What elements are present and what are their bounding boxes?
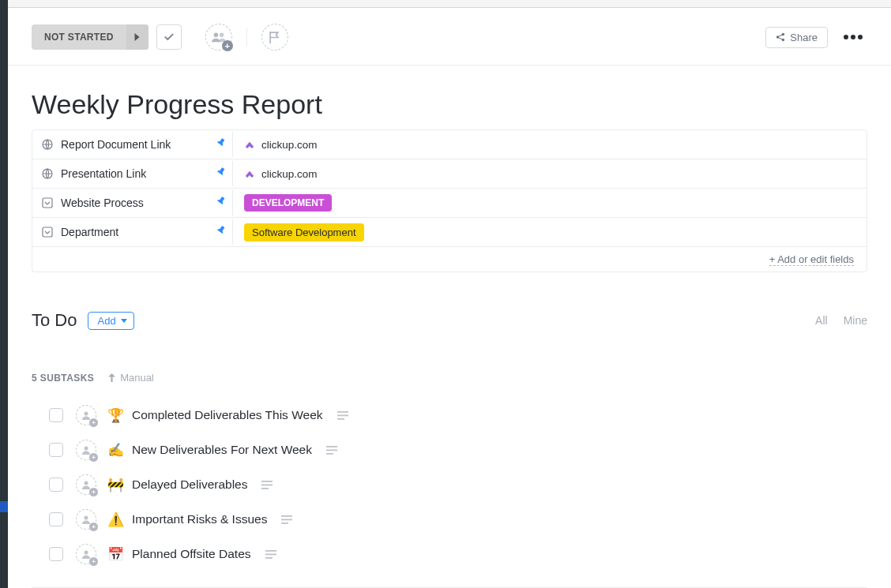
field-row-website-process: Website Process DEVELOPMENT bbox=[32, 189, 867, 218]
sort-label: Manual bbox=[120, 372, 154, 384]
svg-rect-19 bbox=[261, 484, 273, 485]
field-value: clickup.com bbox=[261, 139, 318, 151]
subtasks-header: 5 SUBTASKS Manual bbox=[32, 372, 867, 384]
checkbox[interactable] bbox=[49, 408, 63, 422]
field-label: Report Document Link bbox=[61, 138, 171, 151]
caret-down-icon bbox=[121, 319, 127, 323]
plus-icon: + bbox=[89, 418, 98, 427]
description-icon[interactable] bbox=[281, 515, 292, 524]
globe-icon bbox=[42, 139, 53, 150]
assignee-button[interactable]: + bbox=[76, 405, 96, 425]
svg-point-1 bbox=[220, 33, 224, 37]
todo-section: To Do Add All Mine 5 SUBTASKS Manual bbox=[8, 272, 891, 571]
custom-fields-table: Report Document Link clickup.com Present… bbox=[32, 129, 867, 272]
mark-complete-button[interactable] bbox=[156, 24, 182, 50]
clickup-icon bbox=[244, 168, 255, 179]
todo-header: To Do Add All Mine bbox=[32, 310, 867, 331]
subtask-count: 5 SUBTASKS bbox=[32, 373, 94, 384]
svg-rect-28 bbox=[265, 557, 273, 559]
description-icon[interactable] bbox=[337, 411, 348, 420]
subtask-row: + 📅 Planned Offsite Dates bbox=[32, 537, 867, 571]
task-title[interactable]: New Deliverables For Next Week bbox=[132, 443, 312, 457]
svg-rect-8 bbox=[43, 227, 52, 237]
plus-icon: + bbox=[89, 453, 98, 462]
pin-icon[interactable] bbox=[212, 137, 227, 153]
description-icon[interactable] bbox=[326, 446, 337, 455]
add-subtask-button[interactable]: Add bbox=[88, 312, 133, 330]
task-title[interactable]: Delayed Deliverables bbox=[132, 478, 247, 492]
pin-icon[interactable] bbox=[212, 224, 227, 241]
share-button[interactable]: Share bbox=[765, 27, 828, 48]
svg-rect-7 bbox=[43, 198, 52, 208]
field-row-presentation-link: Presentation Link clickup.com bbox=[32, 159, 867, 189]
svg-rect-15 bbox=[326, 449, 337, 451]
task-emoji: 🏆 bbox=[107, 407, 124, 424]
description-icon[interactable] bbox=[261, 481, 273, 489]
checkbox[interactable] bbox=[49, 478, 63, 492]
plus-icon: + bbox=[89, 522, 98, 531]
subtask-row: + 🏆 Completed Deliverables This Week bbox=[32, 398, 867, 433]
svg-point-0 bbox=[213, 33, 217, 37]
filter-mine[interactable]: Mine bbox=[844, 314, 867, 327]
dropdown-icon bbox=[42, 227, 53, 238]
checkbox[interactable] bbox=[49, 512, 63, 526]
background-app-sliver bbox=[0, 0, 8, 588]
svg-point-13 bbox=[85, 447, 88, 451]
background-header-strip bbox=[8, 0, 891, 8]
sidebar-accent bbox=[0, 501, 8, 512]
pin-icon[interactable] bbox=[212, 195, 227, 212]
field-label: Presentation Link bbox=[61, 167, 146, 180]
field-value-cell[interactable]: clickup.com bbox=[233, 163, 867, 185]
subtask-list: + 🏆 Completed Deliverables This Week + ✍… bbox=[32, 398, 867, 571]
task-title[interactable]: Planned Offsite Dates bbox=[132, 547, 251, 561]
svg-rect-18 bbox=[261, 481, 273, 482]
fields-footer: + Add or edit fields bbox=[32, 247, 867, 272]
task-title[interactable]: Important Risks & Issues bbox=[132, 512, 267, 526]
plus-icon: + bbox=[89, 557, 98, 566]
subtask-row: + ⚠️ Important Risks & Issues bbox=[32, 502, 867, 537]
svg-rect-22 bbox=[281, 515, 292, 517]
assignee-button[interactable]: + bbox=[76, 474, 96, 495]
task-title[interactable]: Weekly Progress Report bbox=[8, 66, 891, 129]
add-edit-fields-link[interactable]: + Add or edit fields bbox=[769, 253, 854, 266]
globe-icon bbox=[42, 168, 53, 179]
assignees-button[interactable]: + bbox=[205, 24, 232, 51]
field-value-cell[interactable]: DEVELOPMENT bbox=[233, 189, 867, 216]
more-menu-button[interactable] bbox=[839, 30, 867, 44]
todo-filters: All Mine bbox=[815, 314, 867, 327]
pin-icon[interactable] bbox=[212, 166, 227, 182]
field-name-cell[interactable]: Website Process bbox=[32, 190, 233, 215]
svg-rect-24 bbox=[281, 522, 288, 524]
field-name-cell[interactable]: Report Document Link bbox=[32, 132, 233, 157]
svg-point-9 bbox=[85, 412, 88, 416]
field-value-cell[interactable]: Software Development bbox=[233, 219, 867, 246]
svg-rect-23 bbox=[281, 519, 292, 520]
field-label: Department bbox=[61, 226, 118, 238]
assignee-button[interactable]: + bbox=[76, 440, 96, 460]
field-value-cell[interactable]: clickup.com bbox=[233, 134, 867, 155]
svg-rect-11 bbox=[337, 414, 348, 416]
task-title[interactable]: Completed Deliverables This Week bbox=[132, 408, 323, 422]
description-icon[interactable] bbox=[265, 550, 276, 559]
checkbox[interactable] bbox=[49, 443, 63, 457]
field-row-department: Department Software Development bbox=[32, 218, 867, 247]
svg-point-4 bbox=[782, 39, 784, 41]
svg-rect-10 bbox=[337, 411, 348, 413]
status-dropdown[interactable]: NOT STARTED bbox=[32, 24, 148, 50]
svg-rect-14 bbox=[326, 446, 337, 448]
svg-point-17 bbox=[85, 481, 88, 485]
priority-flag-button[interactable] bbox=[261, 24, 288, 51]
task-emoji: 🚧 bbox=[107, 477, 124, 493]
task-detail-panel: NOT STARTED + Share bbox=[8, 8, 891, 588]
arrow-up-icon bbox=[108, 373, 115, 382]
field-name-cell[interactable]: Department bbox=[32, 219, 233, 245]
badge-website-process: DEVELOPMENT bbox=[244, 194, 332, 212]
field-name-cell[interactable]: Presentation Link bbox=[32, 161, 233, 186]
filter-all[interactable]: All bbox=[815, 314, 828, 327]
checkbox[interactable] bbox=[49, 547, 63, 561]
sort-button[interactable]: Manual bbox=[108, 372, 154, 384]
status-label: NOT STARTED bbox=[32, 32, 126, 43]
svg-rect-26 bbox=[265, 550, 276, 552]
assignee-button[interactable]: + bbox=[76, 544, 96, 564]
assignee-button[interactable]: + bbox=[76, 509, 96, 530]
